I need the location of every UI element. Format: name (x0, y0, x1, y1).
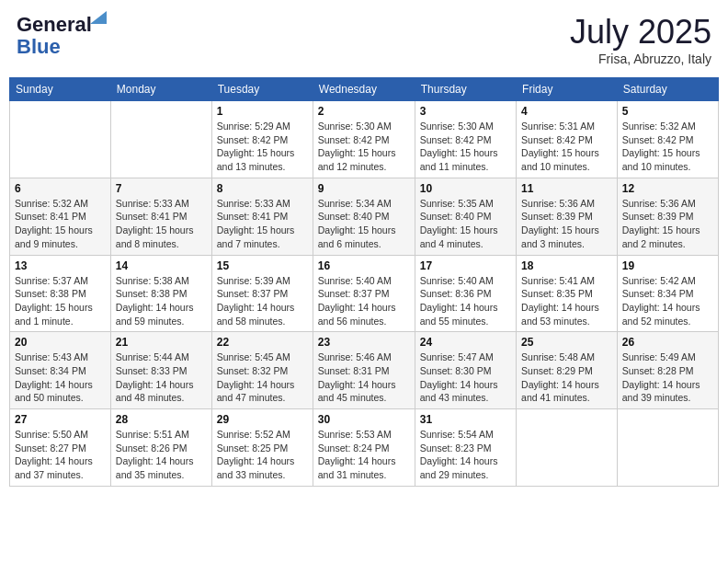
day-detail: Sunrise: 5:41 AM Sunset: 8:35 PM Dayligh… (521, 274, 612, 328)
calendar-cell: 12Sunrise: 5:36 AM Sunset: 8:39 PM Dayli… (617, 178, 718, 255)
day-number: 1 (217, 105, 308, 118)
day-number: 30 (318, 413, 410, 426)
day-detail: Sunrise: 5:30 AM Sunset: 8:42 PM Dayligh… (318, 120, 410, 174)
day-number: 14 (116, 259, 207, 272)
calendar-cell: 1Sunrise: 5:29 AM Sunset: 8:42 PM Daylig… (211, 101, 313, 178)
calendar-week-row: 6Sunrise: 5:32 AM Sunset: 8:41 PM Daylig… (10, 178, 719, 255)
day-number: 9 (318, 182, 410, 195)
day-number: 12 (622, 182, 713, 195)
calendar-cell: 28Sunrise: 5:51 AM Sunset: 8:26 PM Dayli… (110, 409, 211, 487)
day-detail: Sunrise: 5:35 AM Sunset: 8:40 PM Dayligh… (420, 197, 511, 251)
calendar-table: SundayMondayTuesdayWednesdayThursdayFrid… (9, 77, 719, 487)
calendar-cell: 8Sunrise: 5:33 AM Sunset: 8:41 PM Daylig… (211, 178, 313, 255)
day-detail: Sunrise: 5:44 AM Sunset: 8:33 PM Dayligh… (116, 350, 207, 405)
col-header-tuesday: Tuesday (211, 78, 313, 101)
calendar-cell: 6Sunrise: 5:32 AM Sunset: 8:41 PM Daylig… (10, 178, 111, 255)
day-detail: Sunrise: 5:37 AM Sunset: 8:38 PM Dayligh… (15, 274, 106, 328)
day-detail: Sunrise: 5:31 AM Sunset: 8:42 PM Dayligh… (521, 120, 612, 174)
logo-wing-icon (88, 9, 108, 26)
day-number: 23 (318, 336, 410, 349)
day-number: 13 (15, 259, 106, 272)
day-number: 25 (521, 336, 612, 349)
day-number: 4 (521, 105, 612, 118)
calendar-cell: 9Sunrise: 5:34 AM Sunset: 8:40 PM Daylig… (313, 178, 415, 255)
day-detail: Sunrise: 5:40 AM Sunset: 8:37 PM Dayligh… (318, 274, 410, 328)
col-header-wednesday: Wednesday (313, 78, 415, 101)
calendar-cell: 14Sunrise: 5:38 AM Sunset: 8:38 PM Dayli… (110, 255, 211, 332)
col-header-friday: Friday (517, 78, 618, 101)
day-detail: Sunrise: 5:36 AM Sunset: 8:39 PM Dayligh… (622, 197, 713, 251)
day-detail: Sunrise: 5:50 AM Sunset: 8:27 PM Dayligh… (15, 428, 106, 482)
day-number: 16 (318, 259, 410, 272)
col-header-saturday: Saturday (617, 78, 718, 101)
day-number: 10 (420, 182, 511, 195)
day-number: 15 (217, 259, 308, 272)
day-detail: Sunrise: 5:33 AM Sunset: 8:41 PM Dayligh… (217, 197, 308, 251)
col-header-sunday: Sunday (10, 78, 111, 101)
calendar-cell (517, 409, 618, 487)
calendar-cell: 26Sunrise: 5:49 AM Sunset: 8:28 PM Dayli… (617, 332, 718, 409)
calendar-week-row: 1Sunrise: 5:29 AM Sunset: 8:42 PM Daylig… (10, 101, 719, 178)
calendar-cell: 3Sunrise: 5:30 AM Sunset: 8:42 PM Daylig… (415, 101, 516, 178)
day-number: 2 (318, 105, 410, 118)
calendar-cell: 15Sunrise: 5:39 AM Sunset: 8:37 PM Dayli… (211, 255, 313, 332)
calendar-week-row: 20Sunrise: 5:43 AM Sunset: 8:34 PM Dayli… (10, 332, 719, 409)
calendar-header-row: SundayMondayTuesdayWednesdayThursdayFrid… (10, 78, 719, 101)
day-number: 17 (420, 259, 511, 272)
day-detail: Sunrise: 5:32 AM Sunset: 8:42 PM Dayligh… (622, 120, 713, 174)
page-header: General Blue July 2025 Frisa, Abruzzo, I… (9, 9, 719, 70)
day-detail: Sunrise: 5:34 AM Sunset: 8:40 PM Dayligh… (318, 197, 410, 251)
calendar-cell: 22Sunrise: 5:45 AM Sunset: 8:32 PM Dayli… (211, 332, 313, 409)
calendar-cell: 21Sunrise: 5:44 AM Sunset: 8:33 PM Dayli… (110, 332, 211, 409)
day-detail: Sunrise: 5:49 AM Sunset: 8:28 PM Dayligh… (622, 350, 713, 405)
day-detail: Sunrise: 5:38 AM Sunset: 8:38 PM Dayligh… (116, 274, 207, 328)
calendar-cell: 29Sunrise: 5:52 AM Sunset: 8:25 PM Dayli… (211, 409, 313, 487)
day-number: 18 (521, 259, 612, 272)
calendar-cell: 17Sunrise: 5:40 AM Sunset: 8:36 PM Dayli… (415, 255, 516, 332)
day-detail: Sunrise: 5:51 AM Sunset: 8:26 PM Dayligh… (116, 428, 207, 482)
calendar-cell: 4Sunrise: 5:31 AM Sunset: 8:42 PM Daylig… (517, 101, 618, 178)
svg-marker-0 (90, 11, 107, 24)
day-detail: Sunrise: 5:46 AM Sunset: 8:31 PM Dayligh… (318, 350, 410, 405)
calendar-cell (110, 101, 211, 178)
calendar-cell: 10Sunrise: 5:35 AM Sunset: 8:40 PM Dayli… (415, 178, 516, 255)
day-detail: Sunrise: 5:45 AM Sunset: 8:32 PM Dayligh… (217, 350, 308, 405)
day-detail: Sunrise: 5:43 AM Sunset: 8:34 PM Dayligh… (15, 350, 106, 405)
day-number: 11 (521, 182, 612, 195)
day-detail: Sunrise: 5:36 AM Sunset: 8:39 PM Dayligh… (521, 197, 612, 251)
day-number: 29 (217, 413, 308, 426)
calendar-cell: 31Sunrise: 5:54 AM Sunset: 8:23 PM Dayli… (415, 409, 516, 487)
calendar-week-row: 27Sunrise: 5:50 AM Sunset: 8:27 PM Dayli… (10, 409, 719, 487)
day-detail: Sunrise: 5:30 AM Sunset: 8:42 PM Dayligh… (420, 120, 511, 174)
title-block: July 2025 Frisa, Abruzzo, Italy (570, 13, 711, 66)
day-number: 26 (622, 336, 713, 349)
calendar-cell: 11Sunrise: 5:36 AM Sunset: 8:39 PM Dayli… (517, 178, 618, 255)
calendar-cell: 13Sunrise: 5:37 AM Sunset: 8:38 PM Dayli… (10, 255, 111, 332)
day-number: 21 (116, 336, 207, 349)
calendar-cell: 20Sunrise: 5:43 AM Sunset: 8:34 PM Dayli… (10, 332, 111, 409)
calendar-cell: 30Sunrise: 5:53 AM Sunset: 8:24 PM Dayli… (313, 409, 415, 487)
col-header-thursday: Thursday (415, 78, 516, 101)
day-number: 3 (420, 105, 511, 118)
day-number: 7 (116, 182, 207, 195)
day-detail: Sunrise: 5:42 AM Sunset: 8:34 PM Dayligh… (622, 274, 713, 328)
month-title: July 2025 (570, 13, 711, 52)
logo: General Blue (17, 13, 92, 59)
calendar-cell: 7Sunrise: 5:33 AM Sunset: 8:41 PM Daylig… (110, 178, 211, 255)
logo-general: General (17, 13, 92, 36)
day-number: 19 (622, 259, 713, 272)
day-number: 6 (15, 182, 106, 195)
day-number: 8 (217, 182, 308, 195)
calendar-cell: 25Sunrise: 5:48 AM Sunset: 8:29 PM Dayli… (517, 332, 618, 409)
day-detail: Sunrise: 5:29 AM Sunset: 8:42 PM Dayligh… (217, 120, 308, 174)
day-number: 31 (420, 413, 511, 426)
col-header-monday: Monday (110, 78, 211, 101)
logo-blue: Blue (17, 35, 61, 59)
day-detail: Sunrise: 5:53 AM Sunset: 8:24 PM Dayligh… (318, 428, 410, 482)
day-detail: Sunrise: 5:40 AM Sunset: 8:36 PM Dayligh… (420, 274, 511, 328)
day-detail: Sunrise: 5:39 AM Sunset: 8:37 PM Dayligh… (217, 274, 308, 328)
day-detail: Sunrise: 5:47 AM Sunset: 8:30 PM Dayligh… (420, 350, 511, 405)
day-detail: Sunrise: 5:33 AM Sunset: 8:41 PM Dayligh… (116, 197, 207, 251)
calendar-cell: 18Sunrise: 5:41 AM Sunset: 8:35 PM Dayli… (517, 255, 618, 332)
calendar-cell: 24Sunrise: 5:47 AM Sunset: 8:30 PM Dayli… (415, 332, 516, 409)
